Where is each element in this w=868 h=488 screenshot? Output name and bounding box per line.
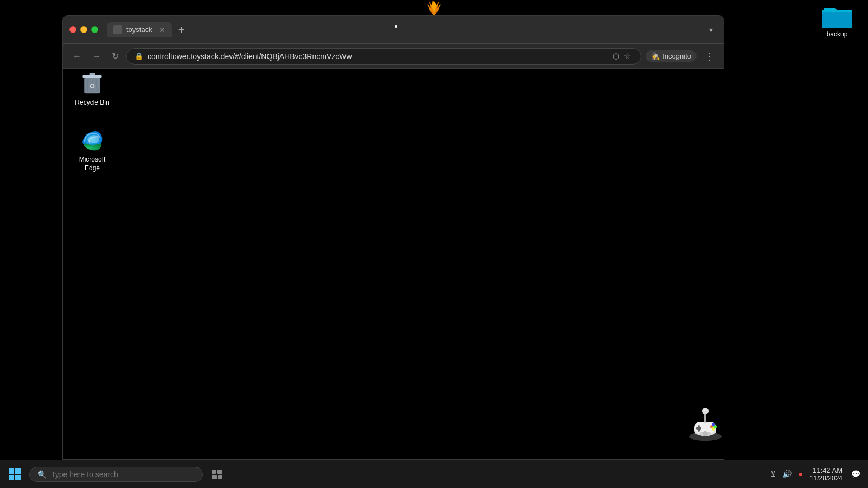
svg-rect-23 (9, 468, 14, 474)
svg-point-20 (703, 409, 705, 411)
traffic-lights (69, 26, 98, 33)
taskbar: 🔍 ⊻ 🔊 ● 11:42 AM 11/28/2024 💬 (0, 460, 868, 488)
svg-text:♻: ♻ (89, 82, 95, 90)
browser-tab[interactable]: toystack ✕ (107, 22, 172, 37)
microsoft-edge-label: Microsoft Edge (71, 156, 113, 172)
browser-content (63, 69, 724, 460)
edge-image (78, 125, 106, 153)
taskbar-search[interactable]: 🔍 (29, 467, 203, 482)
svg-rect-13 (696, 427, 701, 430)
clock-time: 11:42 AM (813, 466, 843, 475)
lock-icon: 🔒 (135, 52, 143, 60)
url-text: controltower.toystack.dev/#/client/NQBjA… (148, 52, 352, 61)
screenshot-icon[interactable]: ⬡ (612, 52, 620, 61)
incognito-label: Incognito (662, 52, 691, 60)
recycle-bin-label: Recycle Bin (75, 99, 109, 107)
windows-start-button[interactable] (4, 464, 25, 485)
svg-rect-27 (212, 470, 216, 474)
recycle-bin-icon[interactable]: ♻ Recycle Bin (68, 65, 117, 111)
svg-rect-25 (9, 475, 14, 480)
task-view-button[interactable] (207, 465, 227, 484)
forward-button[interactable]: → (89, 49, 104, 63)
recycle-bin-image: ♻ (78, 68, 106, 97)
desktop-folder[interactable]: backup (822, 4, 852, 38)
address-bar-icons: ⬡ ☆ (612, 52, 633, 61)
svg-rect-29 (212, 475, 217, 479)
svg-point-19 (702, 408, 709, 414)
search-icon: 🔍 (37, 470, 47, 479)
volume-tray-icon[interactable]: 🔊 (781, 468, 793, 480)
svg-rect-28 (217, 470, 222, 474)
tab-title: toystack (126, 25, 152, 34)
microsoft-edge-icon[interactable]: Microsoft Edge (68, 122, 117, 176)
svg-rect-24 (15, 468, 21, 474)
search-input[interactable] (51, 470, 195, 479)
datetime-block[interactable]: 11:42 AM 11/28/2024 (810, 466, 843, 483)
url-field[interactable]: 🔒 controltower.toystack.dev/#/client/NQB… (126, 48, 641, 65)
svg-rect-4 (89, 73, 95, 75)
notification-button[interactable]: 💬 (848, 468, 864, 480)
close-button[interactable] (69, 26, 76, 33)
svg-rect-30 (218, 475, 222, 479)
refresh-button[interactable]: ↻ (108, 49, 122, 63)
system-tray: ⊻ 🔊 ● 11:42 AM 11/28/2024 💬 (769, 466, 864, 483)
folder-label: backup (827, 30, 848, 38)
back-button[interactable]: ← (69, 49, 85, 63)
game-controller[interactable] (684, 401, 727, 445)
tab-close-icon[interactable]: ✕ (159, 25, 165, 34)
tray-icons: ⊻ 🔊 ● (769, 468, 804, 480)
incognito-icon: 🕵 (651, 52, 660, 60)
address-bar: ← → ↻ 🔒 controltower.toystack.dev/#/clie… (63, 44, 724, 69)
clock-date: 11/28/2024 (810, 474, 843, 482)
browser-title-bar: toystack ✕ + ▾ (63, 16, 724, 44)
incognito-badge[interactable]: 🕵 Incognito (646, 50, 697, 62)
tab-favicon (113, 25, 122, 34)
minimize-button[interactable] (80, 26, 87, 33)
tab-dropdown-icon[interactable]: ▾ (705, 23, 717, 36)
browser-window: toystack ✕ + ▾ ← → ↻ 🔒 controltower.toys… (62, 15, 724, 460)
new-tab-button[interactable]: + (174, 24, 189, 35)
svg-point-22 (703, 431, 708, 436)
tab-bar: toystack ✕ + ▾ (107, 22, 717, 37)
svg-point-16 (712, 423, 715, 426)
more-options-button[interactable]: ⋮ (701, 48, 717, 65)
svg-rect-26 (15, 475, 21, 480)
svg-point-17 (712, 427, 715, 431)
bookmark-icon[interactable]: ☆ (624, 52, 631, 61)
network-tray-icon[interactable]: ⊻ (769, 468, 777, 480)
maximize-button[interactable] (91, 26, 98, 33)
toystack-logo (412, 0, 456, 15)
battery-tray-icon[interactable]: ● (796, 468, 804, 480)
